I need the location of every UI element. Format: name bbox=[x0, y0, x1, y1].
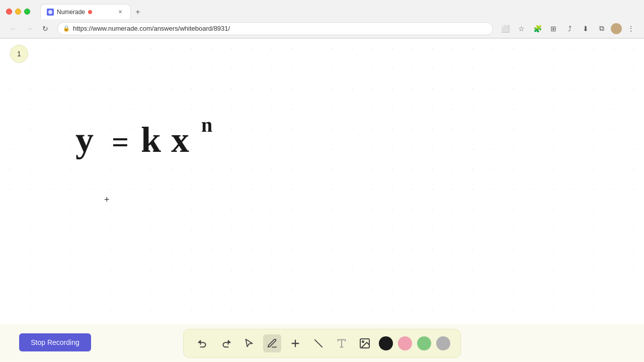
download-icon[interactable]: ⬇ bbox=[579, 22, 593, 36]
cast-icon[interactable]: ⬜ bbox=[498, 22, 512, 36]
tab-recording-indicator bbox=[88, 10, 92, 14]
redo-button[interactable] bbox=[217, 334, 235, 352]
svg-point-0 bbox=[48, 10, 52, 14]
active-tab[interactable]: Numerade ✕ bbox=[40, 4, 131, 19]
reload-button[interactable]: ↻ bbox=[38, 22, 52, 36]
minimize-window-btn[interactable] bbox=[15, 9, 21, 15]
window-controls bbox=[6, 9, 30, 15]
tab-title: Numerade bbox=[57, 9, 85, 16]
new-tab-button[interactable]: + bbox=[131, 5, 145, 19]
undo-button[interactable] bbox=[194, 334, 212, 352]
svg-text:k: k bbox=[141, 120, 161, 160]
whiteboard[interactable]: 1 y = k x n + bbox=[0, 39, 644, 324]
maximize-window-btn[interactable] bbox=[24, 9, 30, 15]
image-tool-button[interactable] bbox=[356, 334, 374, 352]
svg-text:y: y bbox=[75, 120, 94, 160]
svg-point-12 bbox=[362, 341, 364, 342]
navigation-toolbar: ← → ↻ 🔒 https://www.numerade.com/answers… bbox=[0, 19, 644, 38]
page-number: 1 bbox=[10, 45, 28, 63]
svg-text:=: = bbox=[112, 125, 129, 158]
tab-favicon bbox=[47, 9, 54, 16]
stop-recording-button[interactable]: Stop Recording bbox=[19, 333, 91, 351]
lock-icon: 🔒 bbox=[63, 25, 70, 32]
svg-text:x: x bbox=[171, 120, 189, 160]
cursor-plus: + bbox=[104, 195, 110, 205]
address-bar[interactable]: 🔒 https://www.numerade.com/answers/white… bbox=[57, 22, 493, 35]
drawing-toolbar bbox=[183, 329, 461, 358]
close-window-btn[interactable] bbox=[6, 9, 12, 15]
add-tool-button[interactable] bbox=[286, 334, 304, 352]
select-tool-button[interactable] bbox=[240, 334, 258, 352]
avatar[interactable] bbox=[611, 23, 622, 34]
titlebar: Numerade ✕ + bbox=[0, 0, 644, 19]
svg-text:n: n bbox=[201, 114, 212, 136]
pen-tool-button[interactable] bbox=[263, 334, 281, 352]
share-icon[interactable]: ⤴ bbox=[562, 22, 577, 36]
color-green-button[interactable] bbox=[417, 336, 431, 350]
menu-icon[interactable]: ⋮ bbox=[624, 22, 638, 36]
browser-chrome: Numerade ✕ + ← → ↻ 🔒 https://www.numerad… bbox=[0, 0, 644, 39]
toolbar-right: ⬜ ☆ 🧩 ⊞ ⤴ ⬇ ⧉ ⋮ bbox=[498, 22, 638, 36]
address-text: https://www.numerade.com/answers/whitebo… bbox=[73, 25, 230, 32]
color-black-button[interactable] bbox=[379, 336, 393, 350]
back-button[interactable]: ← bbox=[6, 22, 20, 36]
color-pink-button[interactable] bbox=[398, 336, 412, 350]
bottom-toolbar-wrapper: Stop Recording bbox=[0, 324, 644, 362]
tab-bar: Numerade ✕ + bbox=[40, 4, 638, 19]
star-icon[interactable]: ☆ bbox=[514, 22, 528, 36]
eraser-tool-button[interactable] bbox=[309, 334, 328, 352]
forward-button[interactable]: → bbox=[22, 22, 36, 36]
text-tool-button[interactable] bbox=[333, 334, 351, 352]
formula-svg: y = k x n bbox=[75, 109, 216, 169]
extensions-icon[interactable]: 🧩 bbox=[530, 22, 544, 36]
svg-line-8 bbox=[315, 340, 323, 347]
whiteboard-container: 1 y = k x n + Stop Recording bbox=[0, 39, 644, 362]
window-icon[interactable]: ⧉ bbox=[595, 22, 609, 36]
color-gray-button[interactable] bbox=[436, 336, 450, 350]
grid-icon[interactable]: ⊞ bbox=[546, 22, 560, 36]
tab-close-btn[interactable]: ✕ bbox=[116, 8, 124, 16]
